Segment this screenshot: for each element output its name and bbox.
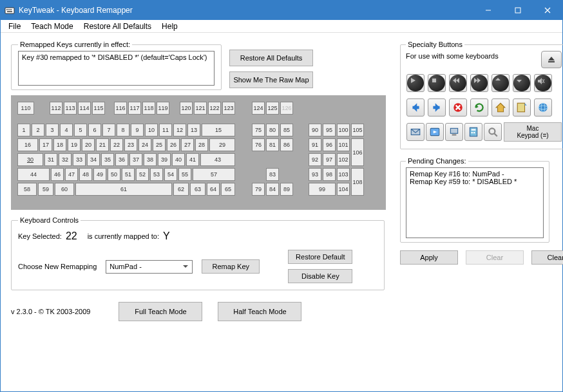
key-83[interactable]: 83 [266,168,279,181]
key-80[interactable]: 80 [266,124,279,136]
key-52[interactable]: 52 [136,168,149,181]
key-10[interactable]: 10 [145,124,158,136]
key-23[interactable]: 23 [124,138,137,151]
key-90[interactable]: 90 [309,124,321,136]
key-76[interactable]: 76 [252,138,265,151]
key-57[interactable]: 57 [193,168,235,181]
key-108[interactable]: 108 [351,168,364,196]
key-9[interactable]: 9 [131,124,144,136]
key-34[interactable]: 34 [87,153,100,166]
key-24[interactable]: 24 [138,138,151,151]
key-122[interactable]: 122 [208,102,221,115]
key-43[interactable]: 43 [200,153,235,166]
key-7[interactable]: 7 [102,124,115,136]
key-55[interactable]: 55 [178,168,191,181]
volume-down-button[interactable] [513,74,531,92]
key-22[interactable]: 22 [110,138,123,151]
key-12[interactable]: 12 [173,124,186,136]
key-53[interactable]: 53 [150,168,163,181]
key-103[interactable]: 103 [337,168,350,181]
key-97[interactable]: 97 [323,153,336,166]
key-5[interactable]: 5 [74,124,87,136]
favorites-button[interactable] [513,98,531,117]
key-60[interactable]: 60 [55,183,74,196]
key-18[interactable]: 18 [53,138,66,151]
menu-teach-mode[interactable]: Teach Mode [26,21,78,32]
key-40[interactable]: 40 [172,153,185,166]
key-30[interactable]: 30 [17,153,43,166]
key-26[interactable]: 26 [167,138,180,151]
search-button[interactable] [484,123,502,141]
media-stop-button[interactable] [428,74,446,92]
media-player-button[interactable] [426,123,444,141]
key-126[interactable]: 126 [280,102,293,115]
restore-all-defaults-button[interactable]: Restore All Defaults [229,50,313,66]
key-13[interactable]: 13 [187,124,200,136]
key-6[interactable]: 6 [88,124,101,136]
key-8[interactable]: 8 [117,124,129,136]
pending-changes-textbox[interactable]: Remap Key #16 to: NumPad - Remap Key #59… [406,167,544,238]
key-92[interactable]: 92 [309,153,321,166]
key-20[interactable]: 20 [82,138,95,151]
restore-default-button[interactable]: Restore Default [288,250,352,264]
key-62[interactable]: 62 [173,183,189,196]
key-91[interactable]: 91 [309,138,321,151]
key-35[interactable]: 35 [101,153,114,166]
key-50[interactable]: 50 [108,168,120,181]
full-teach-mode-button[interactable]: Full Teach Mode [119,302,202,321]
key-120[interactable]: 120 [180,102,193,115]
web-button[interactable] [534,98,552,117]
browser-refresh-button[interactable] [470,98,488,117]
key-63[interactable]: 63 [190,183,205,196]
key-33[interactable]: 33 [73,153,86,166]
key-106[interactable]: 106 [351,138,364,166]
key-119[interactable]: 119 [157,102,169,115]
key-75[interactable]: 75 [252,124,265,136]
key-27[interactable]: 27 [181,138,194,151]
key-39[interactable]: 39 [158,153,171,166]
browser-home-button[interactable] [491,98,510,117]
key-79[interactable]: 79 [252,183,265,196]
key-41[interactable]: 41 [186,153,199,166]
key-48[interactable]: 48 [79,168,92,181]
disable-key-button[interactable]: Disable Key [288,269,352,283]
key-31[interactable]: 31 [44,153,57,166]
key-100[interactable]: 100 [337,124,350,136]
key-49[interactable]: 49 [93,168,106,181]
mail-button[interactable] [406,123,425,141]
key-46[interactable]: 46 [51,168,64,181]
menu-restore-all-defaults[interactable]: Restore All Defaults [79,21,157,32]
apply-button[interactable]: Apply [400,250,458,265]
key-59[interactable]: 59 [38,183,53,196]
key-4[interactable]: 4 [60,124,73,136]
key-3[interactable]: 3 [46,124,59,136]
key-85[interactable]: 85 [280,124,293,136]
key-112[interactable]: 112 [50,102,62,115]
key-32[interactable]: 32 [59,153,72,166]
key-37[interactable]: 37 [129,153,142,166]
key-51[interactable]: 51 [122,168,135,181]
key-125[interactable]: 125 [266,102,279,115]
remapped-keys-textbox[interactable]: Key #30 remapped to '* DISABLED *' (defa… [18,51,215,86]
key-89[interactable]: 89 [280,183,293,196]
calculator-button[interactable] [464,123,482,141]
remap-key-button[interactable]: Remap Key [202,259,260,274]
key-121[interactable]: 121 [194,102,207,115]
key-124[interactable]: 124 [252,102,265,115]
key-110[interactable]: 110 [17,102,34,115]
key-11[interactable]: 11 [159,124,172,136]
key-36[interactable]: 36 [115,153,128,166]
key-104[interactable]: 104 [337,183,350,196]
key-1[interactable]: 1 [17,124,30,136]
key-113[interactable]: 113 [64,102,77,115]
show-raw-map-button[interactable]: Show Me The Raw Map [229,71,313,88]
my-computer-button[interactable] [445,123,463,141]
mac-keypad-button[interactable]: Mac Keypad (=) [504,122,562,142]
menu-file[interactable]: File [3,21,26,32]
key-123[interactable]: 123 [222,102,235,115]
remapping-dropdown[interactable]: NumPad - [106,260,193,274]
key-118[interactable]: 118 [142,102,155,115]
key-114[interactable]: 114 [78,102,91,115]
maximize-button[interactable] [503,1,533,20]
key-95[interactable]: 95 [323,124,336,136]
